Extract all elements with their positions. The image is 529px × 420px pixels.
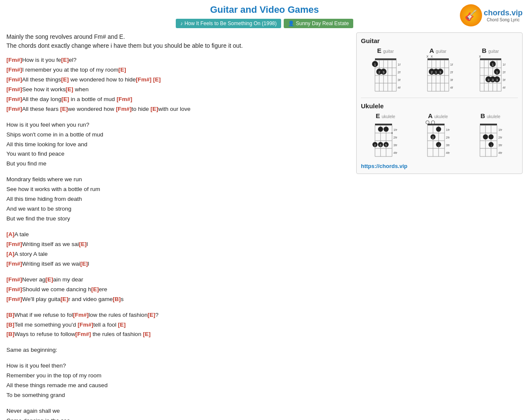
- logo-text-block: chords.vip Chord Song Lyric: [484, 9, 523, 22]
- svg-rect-22: [427, 58, 449, 60]
- svg-point-88: [384, 127, 389, 132]
- list-item: All this time hiding from death: [6, 194, 350, 204]
- list-item: Remember you in the top of my room: [6, 371, 350, 381]
- chord-name-row-b-ukulele: B ukulele: [480, 112, 500, 119]
- list-item: [Fm#]Writing itself as we wai[E]l: [6, 259, 350, 269]
- verse2-stanza: Mondrary fields where we run See how it …: [6, 175, 350, 224]
- chord-name-a-uke: A: [428, 112, 433, 119]
- list-item: But we find the true story: [6, 214, 350, 224]
- list-item: You want to find peace: [6, 149, 350, 159]
- chord-name-e: E: [377, 47, 381, 54]
- svg-text:4fr: 4fr: [450, 86, 453, 90]
- main-layout: Mainly the song revolves around Fm# and …: [6, 32, 523, 420]
- svg-text:6: 6: [380, 144, 381, 147]
- svg-text:1: 1: [491, 63, 494, 67]
- svg-text:x: x: [479, 55, 481, 58]
- svg-rect-73: [375, 124, 392, 125]
- svg-text:1fr: 1fr: [450, 63, 453, 67]
- svg-text:4fr: 4fr: [503, 86, 506, 90]
- svg-text:3fr: 3fr: [503, 78, 506, 82]
- description-line2: The chords dont exactly change where i h…: [6, 42, 243, 49]
- svg-text:3: 3: [491, 78, 494, 82]
- svg-text:1fr: 1fr: [398, 63, 401, 67]
- svg-text:♩: ♩: [490, 144, 491, 147]
- list-item: And we want to be strong: [6, 204, 350, 214]
- ukulele-section-title: Ukulele: [361, 102, 518, 110]
- chord-name-b-uke: B: [480, 112, 485, 119]
- svg-text:3: 3: [487, 78, 489, 82]
- chord-diagram-b-ukulele: B ukulele 1fr: [466, 112, 515, 159]
- svg-text:2fr: 2fr: [450, 70, 453, 74]
- svg-text:x: x: [430, 55, 433, 58]
- svg-text:3fr: 3fr: [446, 143, 450, 147]
- list-item: [Fm#]How is it you fe[E]el?: [6, 55, 350, 65]
- bridge-stanza: [A]A tale [Fm#]Writing itself as we sai[…: [6, 230, 350, 269]
- svg-text:1: 1: [435, 70, 437, 74]
- svg-text:1fr: 1fr: [393, 128, 398, 132]
- guitar-chord-row: E guitar: [361, 47, 518, 93]
- list-item: See how it works with a bottle of rum: [6, 185, 350, 194]
- svg-text:4fr: 4fr: [498, 151, 503, 155]
- svg-text:4fr: 4fr: [393, 151, 398, 155]
- chord-label-guitar-b: guitar: [488, 49, 499, 54]
- chord-box: Guitar E guitar: [356, 32, 523, 174]
- chords-column: Guitar E guitar: [356, 32, 523, 174]
- svg-point-87: [378, 127, 383, 132]
- list-item: [Fm#]See how it works[E] when: [6, 85, 350, 95]
- chord-label-ukulele-a: ukulele: [434, 114, 448, 119]
- logo-icon: 🎸: [460, 4, 482, 26]
- fret-grid-b-guitar: 1fr 2fr 3fr 4fr x 1 1 3: [476, 55, 506, 93]
- list-item: But you find me: [6, 159, 350, 169]
- list-item: [Fm#]All these things[E] we wondered how…: [6, 75, 350, 85]
- svg-text:2fr: 2fr: [393, 136, 398, 139]
- list-item: [Fm#]Writing itself as we sai[E]l: [6, 240, 350, 249]
- svg-text:2fr: 2fr: [498, 136, 503, 139]
- chord-label-ukulele-b: ukulele: [487, 114, 500, 119]
- svg-text:x: x: [426, 55, 428, 58]
- svg-text:1: 1: [374, 63, 376, 67]
- page-title: Guitar and Video Games: [6, 4, 523, 15]
- svg-text:4fr: 4fr: [446, 151, 450, 155]
- chord-diagram-a-ukulele: A ukulele 1fr: [413, 112, 462, 159]
- chord-diagram-a-guitar: A guitar: [413, 47, 462, 93]
- svg-text:3fr: 3fr: [450, 78, 453, 82]
- verse3-stanza: [Fm#]Never ag[E]ain my dear [Fm#]Should …: [6, 275, 350, 304]
- list-item: Come dancing in the sea: [6, 416, 350, 420]
- chord-name-row-e-guitar: E guitar: [377, 47, 394, 54]
- chord-diagram-e-ukulele: E ukulele 1fr: [361, 112, 410, 159]
- fret-grid-e-ukulele: 1fr 2fr 3fr 4fr 2 6 5: [371, 120, 401, 159]
- list-item: How is it you feel then?: [6, 361, 350, 371]
- chord-name-row-a-ukulele: A ukulele: [428, 112, 448, 119]
- svg-text:1fr: 1fr: [503, 63, 506, 67]
- chord-label-guitar-a: guitar: [436, 49, 446, 54]
- artist-tag-button[interactable]: 👤 Sunny Day Real Estate: [284, 19, 353, 28]
- list-item: Never again shall we: [6, 406, 350, 416]
- chord-name-e-uke: E: [376, 112, 380, 119]
- svg-rect-117: [480, 124, 497, 125]
- song-tag-button[interactable]: ♪ How It Feels to Be Something On (1998): [176, 19, 281, 28]
- list-item: All this time looking for love and: [6, 140, 350, 150]
- svg-text:2fr: 2fr: [398, 70, 401, 74]
- svg-text:3: 3: [439, 70, 441, 74]
- svg-text:2fr: 2fr: [446, 136, 450, 139]
- svg-text:2: 2: [378, 70, 380, 74]
- svg-text:3fr: 3fr: [498, 143, 503, 147]
- same-as-beginning-stanza: Same as beginning:: [6, 345, 350, 355]
- chord-name-a: A: [430, 47, 434, 54]
- lyrics-block: [Fm#]How is it you fe[E]el? [Fm#]I remem…: [6, 55, 350, 420]
- svg-text:1fr: 1fr: [498, 128, 503, 132]
- fret-grid-b-ukulele: 1fr 2fr 3fr 4fr ♩: [476, 120, 506, 159]
- logo-area: 🎸 chords.vip Chord Song Lyric: [460, 4, 523, 26]
- list-item: Ships won't come in in a bottle of mud: [6, 130, 350, 140]
- svg-point-111: [431, 121, 435, 124]
- svg-point-112: [436, 127, 441, 132]
- list-item: Mondrary fields where we run: [6, 175, 350, 185]
- svg-rect-0: [375, 58, 396, 60]
- svg-text:3fr: 3fr: [398, 78, 401, 82]
- chord-label-guitar-e: guitar: [383, 49, 394, 54]
- svg-rect-96: [427, 124, 445, 125]
- list-item: [A]A tale: [6, 230, 350, 240]
- svg-text:♩: ♩: [438, 144, 439, 147]
- svg-text:2: 2: [430, 70, 433, 74]
- verse4-stanza: [B]What if we refuse to fol[Fm#]low the …: [6, 310, 350, 340]
